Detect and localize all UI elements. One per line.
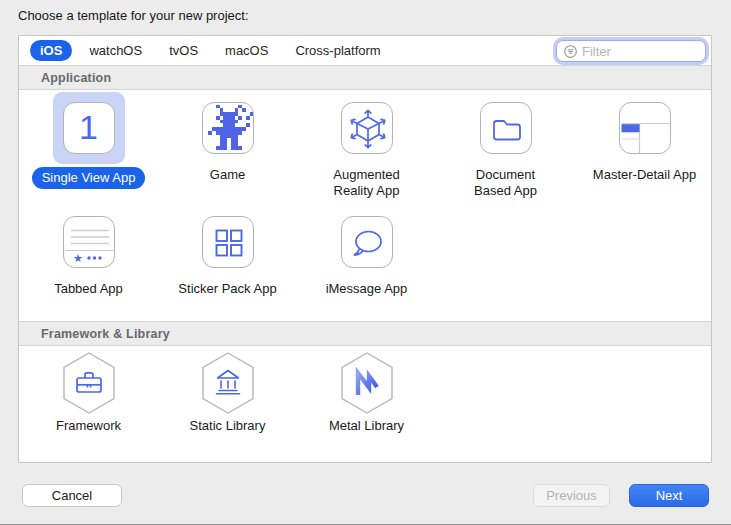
dialog-title: Choose a template for your new project: (18, 8, 249, 23)
template-label: Framework (56, 418, 121, 434)
section-header-framework-library: Framework & Library (19, 321, 711, 346)
template-label: Master-Detail App (593, 167, 696, 183)
filter-icon (563, 44, 578, 59)
master-detail-icon (619, 102, 671, 154)
template-tabbed-app[interactable]: ★ Tabbed App (19, 206, 158, 297)
section-header-application: Application (19, 65, 711, 90)
template-static-library[interactable]: Static Library (158, 351, 297, 434)
single-view-app-icon: 1 (63, 102, 115, 154)
tabbed-app-icon: ★ (63, 216, 115, 268)
numeral-one: 1 (79, 110, 98, 146)
game-robot-icon (202, 102, 254, 154)
new-project-template-dialog: { "colors": { "accent": "#1b63eb", "icon… (0, 0, 731, 525)
folder-icon (480, 102, 532, 154)
cancel-button[interactable]: Cancel (22, 484, 122, 507)
svg-text:★: ★ (73, 252, 83, 265)
tab-cross-platform[interactable]: Cross-platform (285, 40, 390, 61)
template-label: iMessage App (326, 281, 408, 297)
sticker-grid-icon (202, 216, 254, 268)
template-label: Game (210, 167, 245, 183)
template-label: Single View App (32, 167, 146, 189)
template-document-based-app[interactable]: Document Based App (436, 92, 575, 199)
static-library-bank-icon (199, 351, 257, 415)
next-button[interactable]: Next (629, 484, 709, 507)
filter-field[interactable] (556, 40, 706, 62)
template-imessage-app[interactable]: iMessage App (297, 206, 436, 297)
framework-toolbox-icon (60, 351, 118, 415)
template-label: Tabbed App (54, 281, 123, 297)
selection-highlight: 1 (53, 92, 125, 164)
template-label: Sticker Pack App (178, 281, 276, 297)
template-label: Augmented Reality App (333, 167, 400, 199)
previous-button[interactable]: Previous (533, 484, 610, 507)
platform-tabbar: iOS watchOS tvOS macOS Cross-platform (19, 36, 711, 65)
template-framework[interactable]: Framework (19, 351, 158, 434)
tab-ios[interactable]: iOS (30, 40, 72, 61)
tab-tvos[interactable]: tvOS (159, 40, 208, 61)
template-sticker-pack-app[interactable]: Sticker Pack App (158, 206, 297, 297)
template-master-detail-app[interactable]: Master-Detail App (575, 92, 714, 183)
template-label: Metal Library (329, 418, 404, 434)
template-augmented-reality-app[interactable]: Augmented Reality App (297, 92, 436, 199)
template-chooser-panel: iOS watchOS tvOS macOS Cross-platform Ap… (18, 35, 712, 463)
tab-watchos[interactable]: watchOS (79, 40, 152, 61)
ar-cube-icon (341, 102, 393, 154)
message-bubble-icon (341, 216, 393, 268)
tab-macos[interactable]: macOS (215, 40, 278, 61)
template-metal-library[interactable]: Metal Library (297, 351, 436, 434)
template-label: Static Library (190, 418, 266, 434)
template-game[interactable]: Game (158, 92, 297, 183)
template-single-view-app[interactable]: 1 Single View App (19, 92, 158, 189)
template-label: Document Based App (474, 167, 537, 199)
metal-logo-icon (338, 351, 396, 415)
filter-input[interactable] (582, 44, 699, 59)
